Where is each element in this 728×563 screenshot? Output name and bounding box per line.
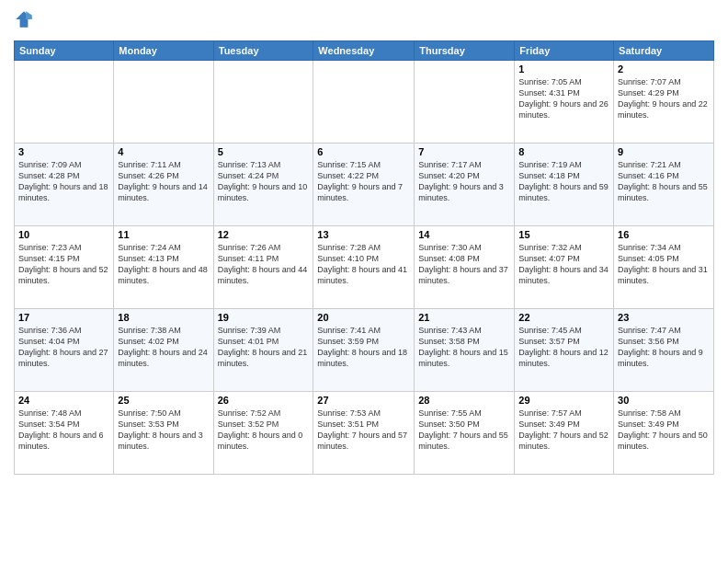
day-info: Sunrise: 7:32 AM Sunset: 4:07 PM Dayligh… [518, 242, 609, 287]
day-info: Sunrise: 7:09 AM Sunset: 4:28 PM Dayligh… [18, 159, 109, 204]
day-number: 8 [518, 146, 609, 157]
day-info: Sunrise: 7:41 AM Sunset: 3:59 PM Dayligh… [317, 325, 410, 370]
calendar-week-row: 3Sunrise: 7:09 AM Sunset: 4:28 PM Daylig… [15, 144, 714, 226]
day-info: Sunrise: 7:36 AM Sunset: 4:04 PM Dayligh… [18, 325, 109, 370]
day-number: 21 [418, 312, 510, 323]
day-info: Sunrise: 7:24 AM Sunset: 4:13 PM Dayligh… [118, 242, 209, 287]
calendar-cell: 3Sunrise: 7:09 AM Sunset: 4:28 PM Daylig… [15, 144, 114, 226]
day-info: Sunrise: 7:17 AM Sunset: 4:20 PM Dayligh… [418, 159, 510, 204]
calendar-cell: 30Sunrise: 7:58 AM Sunset: 3:49 PM Dayli… [614, 392, 714, 475]
day-number: 4 [118, 146, 209, 157]
calendar-week-row: 10Sunrise: 7:23 AM Sunset: 4:15 PM Dayli… [15, 226, 714, 309]
calendar-cell: 23Sunrise: 7:47 AM Sunset: 3:56 PM Dayli… [614, 309, 714, 392]
calendar-day-header: Sunday [15, 41, 114, 61]
calendar-cell: 26Sunrise: 7:52 AM Sunset: 3:52 PM Dayli… [213, 392, 313, 475]
calendar-cell: 13Sunrise: 7:28 AM Sunset: 4:10 PM Dayli… [313, 226, 415, 309]
day-info: Sunrise: 7:26 AM Sunset: 4:11 PM Dayligh… [218, 242, 310, 287]
day-info: Sunrise: 7:45 AM Sunset: 3:57 PM Dayligh… [518, 325, 609, 370]
day-number: 13 [317, 229, 410, 240]
calendar-cell: 19Sunrise: 7:39 AM Sunset: 4:01 PM Dayli… [213, 309, 313, 392]
logo [14, 9, 34, 33]
day-info: Sunrise: 7:05 AM Sunset: 4:31 PM Dayligh… [518, 76, 609, 121]
day-number: 14 [418, 229, 510, 240]
day-info: Sunrise: 7:19 AM Sunset: 4:18 PM Dayligh… [518, 159, 609, 204]
day-number: 12 [218, 229, 310, 240]
day-info: Sunrise: 7:11 AM Sunset: 4:26 PM Dayligh… [118, 159, 209, 204]
calendar-cell: 14Sunrise: 7:30 AM Sunset: 4:08 PM Dayli… [415, 226, 515, 309]
calendar-cell: 4Sunrise: 7:11 AM Sunset: 4:26 PM Daylig… [114, 144, 213, 226]
calendar-cell [415, 61, 515, 144]
day-info: Sunrise: 7:39 AM Sunset: 4:01 PM Dayligh… [218, 325, 310, 370]
day-number: 10 [18, 229, 109, 240]
day-number: 1 [518, 63, 609, 75]
calendar-cell: 9Sunrise: 7:21 AM Sunset: 4:16 PM Daylig… [614, 144, 714, 226]
day-number: 6 [317, 146, 410, 157]
calendar-cell: 10Sunrise: 7:23 AM Sunset: 4:15 PM Dayli… [15, 226, 114, 309]
day-info: Sunrise: 7:52 AM Sunset: 3:52 PM Dayligh… [218, 408, 310, 453]
logo-icon [14, 9, 34, 29]
day-number: 20 [317, 312, 410, 323]
calendar-cell: 24Sunrise: 7:48 AM Sunset: 3:54 PM Dayli… [15, 392, 114, 475]
calendar-cell: 11Sunrise: 7:24 AM Sunset: 4:13 PM Dayli… [114, 226, 213, 309]
day-number: 15 [518, 229, 609, 240]
calendar-day-header: Saturday [614, 41, 714, 61]
calendar-cell: 7Sunrise: 7:17 AM Sunset: 4:20 PM Daylig… [415, 144, 515, 226]
calendar-day-header: Friday [515, 41, 614, 61]
day-info: Sunrise: 7:15 AM Sunset: 4:22 PM Dayligh… [317, 159, 410, 204]
calendar-cell: 29Sunrise: 7:57 AM Sunset: 3:49 PM Dayli… [515, 392, 614, 475]
calendar-cell: 18Sunrise: 7:38 AM Sunset: 4:02 PM Dayli… [114, 309, 213, 392]
day-info: Sunrise: 7:07 AM Sunset: 4:29 PM Dayligh… [618, 76, 710, 121]
day-number: 7 [418, 146, 510, 157]
day-info: Sunrise: 7:30 AM Sunset: 4:08 PM Dayligh… [418, 242, 510, 287]
day-number: 5 [218, 146, 310, 157]
calendar-cell: 1Sunrise: 7:05 AM Sunset: 4:31 PM Daylig… [515, 61, 614, 144]
header [14, 9, 714, 33]
day-number: 23 [618, 312, 710, 323]
svg-marker-1 [26, 11, 32, 19]
calendar-cell: 12Sunrise: 7:26 AM Sunset: 4:11 PM Dayli… [213, 226, 313, 309]
day-number: 22 [518, 312, 609, 323]
calendar-cell: 27Sunrise: 7:53 AM Sunset: 3:51 PM Dayli… [313, 392, 415, 475]
day-info: Sunrise: 7:47 AM Sunset: 3:56 PM Dayligh… [618, 325, 710, 370]
day-info: Sunrise: 7:50 AM Sunset: 3:53 PM Dayligh… [118, 408, 209, 453]
day-number: 17 [18, 312, 109, 323]
day-number: 19 [218, 312, 310, 323]
day-number: 2 [618, 63, 710, 75]
day-info: Sunrise: 7:13 AM Sunset: 4:24 PM Dayligh… [218, 159, 310, 204]
calendar-cell: 8Sunrise: 7:19 AM Sunset: 4:18 PM Daylig… [515, 144, 614, 226]
day-number: 24 [18, 395, 109, 406]
calendar-cell: 25Sunrise: 7:50 AM Sunset: 3:53 PM Dayli… [114, 392, 213, 475]
day-info: Sunrise: 7:53 AM Sunset: 3:51 PM Dayligh… [317, 408, 410, 453]
day-info: Sunrise: 7:28 AM Sunset: 4:10 PM Dayligh… [317, 242, 410, 287]
day-number: 9 [618, 146, 710, 157]
calendar-week-row: 24Sunrise: 7:48 AM Sunset: 3:54 PM Dayli… [15, 392, 714, 475]
calendar-cell: 28Sunrise: 7:55 AM Sunset: 3:50 PM Dayli… [415, 392, 515, 475]
day-info: Sunrise: 7:55 AM Sunset: 3:50 PM Dayligh… [418, 408, 510, 453]
calendar-cell: 15Sunrise: 7:32 AM Sunset: 4:07 PM Dayli… [515, 226, 614, 309]
calendar-day-header: Thursday [415, 41, 515, 61]
day-info: Sunrise: 7:21 AM Sunset: 4:16 PM Dayligh… [618, 159, 710, 204]
calendar-cell: 20Sunrise: 7:41 AM Sunset: 3:59 PM Dayli… [313, 309, 415, 392]
calendar-cell: 2Sunrise: 7:07 AM Sunset: 4:29 PM Daylig… [614, 61, 714, 144]
calendar-cell: 5Sunrise: 7:13 AM Sunset: 4:24 PM Daylig… [213, 144, 313, 226]
calendar-cell: 6Sunrise: 7:15 AM Sunset: 4:22 PM Daylig… [313, 144, 415, 226]
day-number: 30 [618, 395, 710, 406]
calendar-cell: 21Sunrise: 7:43 AM Sunset: 3:58 PM Dayli… [415, 309, 515, 392]
day-number: 28 [418, 395, 510, 406]
day-info: Sunrise: 7:58 AM Sunset: 3:49 PM Dayligh… [618, 408, 710, 453]
day-number: 3 [18, 146, 109, 157]
day-info: Sunrise: 7:34 AM Sunset: 4:05 PM Dayligh… [618, 242, 710, 287]
calendar-cell [15, 61, 114, 144]
day-info: Sunrise: 7:38 AM Sunset: 4:02 PM Dayligh… [118, 325, 209, 370]
day-info: Sunrise: 7:23 AM Sunset: 4:15 PM Dayligh… [18, 242, 109, 287]
calendar-day-header: Wednesday [313, 41, 415, 61]
calendar-day-header: Tuesday [213, 41, 313, 61]
calendar-cell: 22Sunrise: 7:45 AM Sunset: 3:57 PM Dayli… [515, 309, 614, 392]
day-number: 11 [118, 229, 209, 240]
calendar-cell: 16Sunrise: 7:34 AM Sunset: 4:05 PM Dayli… [614, 226, 714, 309]
day-info: Sunrise: 7:48 AM Sunset: 3:54 PM Dayligh… [18, 408, 109, 453]
calendar-day-header: Monday [114, 41, 213, 61]
page: SundayMondayTuesdayWednesdayThursdayFrid… [0, 0, 728, 563]
day-number: 27 [317, 395, 410, 406]
calendar-cell [313, 61, 415, 144]
